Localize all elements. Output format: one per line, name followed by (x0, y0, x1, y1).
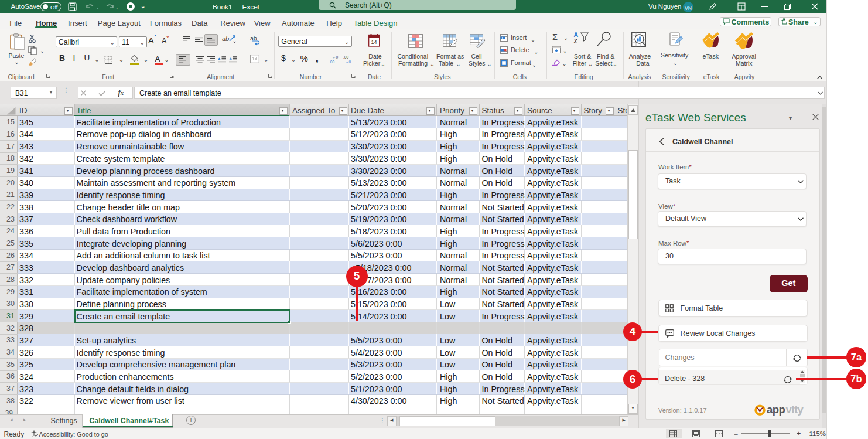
svg-text:←0: ←0 (332, 55, 339, 59)
svg-text:→0: →0 (345, 60, 351, 64)
svg-text:14: 14 (371, 39, 377, 45)
svg-text:.00: .00 (343, 55, 348, 59)
svg-text:.00: .00 (329, 60, 334, 64)
